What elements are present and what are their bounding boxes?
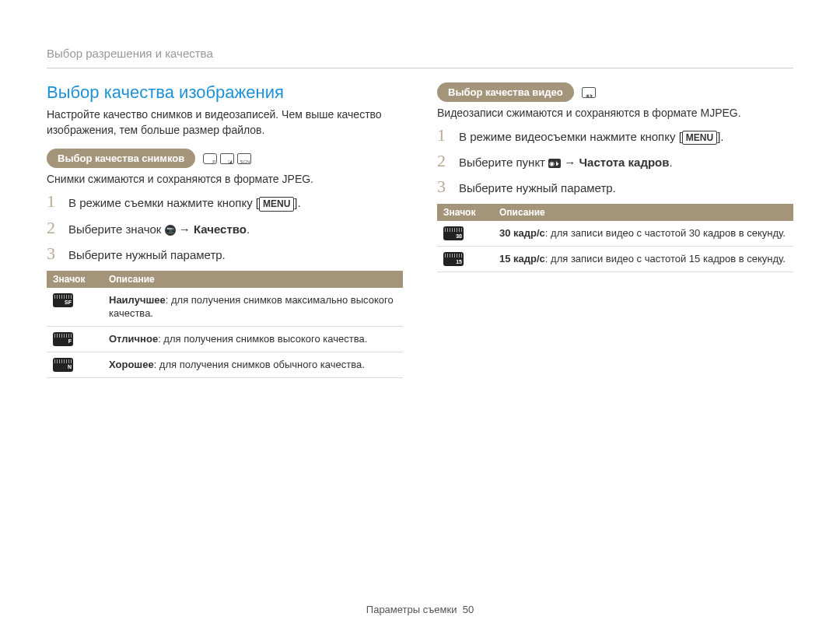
subsection-header: Выбор качества видео ◉⏵ (437, 82, 793, 102)
table-row: Хорошее: для получения снимков обычного … (47, 352, 403, 377)
camera-dial-icon: 📷 (165, 225, 176, 236)
step-3: 3 Выберите нужный параметр. (47, 245, 403, 263)
video-camera-icon: ◉⏵ (548, 159, 561, 168)
steps-list: 1 В режиме видеосъемки нажмите кнопку [M… (437, 127, 793, 196)
options-table-video: Значок Описание 30 кадр/с: для записи ви… (437, 204, 793, 272)
step-text: Выберите нужный параметр. (459, 178, 616, 196)
table-header-icon: Значок (47, 271, 103, 288)
step-text-part: . (298, 196, 301, 209)
option-name: 30 кадр/с (499, 227, 545, 239)
step-3: 3 Выберите нужный параметр. (437, 178, 793, 196)
step-text-part: . (720, 130, 723, 143)
step-text-part: . (669, 156, 672, 169)
video-mode-icon: ◉⏵ (582, 87, 596, 98)
step-number: 3 (47, 245, 61, 262)
page-footer: Параметры съемки 50 (0, 604, 840, 615)
option-name: Хорошее (109, 359, 154, 370)
step-1: 1 В режиме видеосъемки нажмите кнопку [M… (437, 127, 793, 145)
arrow: → (176, 222, 194, 236)
footer-section: Параметры съемки (366, 604, 457, 615)
manual-page: Выбор разрешения и качества Выбор качест… (0, 0, 840, 634)
option-name: 15 кадр/с (499, 253, 545, 264)
steps-list: 1 В режиме съемки нажмите кнопку [MENU].… (47, 193, 403, 262)
step-text-part: В режиме съемки нажмите кнопку (68, 196, 256, 209)
format-note: Снимки сжимаются и сохраняются в формате… (47, 173, 403, 185)
right-column: Выбор качества видео ◉⏵ Видеозаписи сжим… (437, 82, 793, 378)
step-2: 2 Выберите пункт ◉⏵ → Частота кадров. (437, 152, 793, 170)
step-number: 1 (437, 127, 451, 144)
step-1: 1 В режиме съемки нажмите кнопку [MENU]. (47, 193, 403, 211)
step-number: 2 (437, 152, 451, 170)
menu-target: Частота кадров (579, 156, 670, 169)
step-text-part: Выберите пункт (459, 156, 548, 169)
step-number: 2 (47, 219, 61, 236)
option-desc: : для получения снимков обычного качеств… (154, 359, 365, 370)
format-note: Видеозаписи сжимаются и сохраняются в фо… (437, 107, 793, 119)
option-desc: : для записи видео с частотой 15 кадров … (545, 253, 786, 264)
scene-icon: SCN (237, 153, 251, 164)
option-desc: : для получения снимков высокого качеств… (158, 333, 367, 345)
step-number: 1 (47, 193, 61, 210)
mode-icons: ◉⏵ (582, 87, 596, 98)
table-header-icon: Значок (437, 204, 493, 221)
pill-photo-quality: Выбор качества снимков (47, 149, 195, 168)
dual-icon: ◪ (220, 153, 234, 164)
table-row: 30 кадр/с: для записи видео с частотой 3… (437, 221, 793, 247)
pill-video-quality: Выбор качества видео (437, 82, 574, 102)
quality-f-icon (53, 332, 73, 346)
table-row: Отличное: для получения снимков высокого… (47, 326, 403, 352)
intro-text: Настройте качество снимков и видеозаписе… (47, 107, 403, 138)
option-name: Наилучшее (109, 294, 166, 306)
quality-n-icon (53, 358, 73, 372)
step-text: Выберите нужный параметр. (68, 245, 226, 263)
step-text-part: В режиме видеосъемки нажмите кнопку (459, 130, 679, 143)
section-title: Выбор качества изображения (47, 82, 403, 103)
camera-p-icon: P (203, 153, 217, 164)
table-row: Наилучшее: для получения снимков максима… (47, 288, 403, 327)
fps-30-icon (443, 226, 464, 240)
mode-icons: P ◪ SCN (203, 153, 251, 164)
quality-sf-icon (53, 293, 73, 307)
table-header-desc: Описание (493, 204, 793, 221)
menu-button-icon: MENU (259, 197, 294, 212)
step-2: 2 Выберите значок 📷 → Качество. (47, 219, 403, 237)
option-name: Отличное (109, 333, 158, 345)
breadcrumb: Выбор разрешения и качества (47, 47, 793, 68)
options-table-photo: Значок Описание Наилучшее: для получения… (47, 271, 403, 378)
menu-target: Качество (194, 222, 247, 236)
menu-button-icon: MENU (682, 131, 717, 145)
table-header-row: Значок Описание (47, 271, 403, 288)
step-text-part: . (247, 222, 250, 236)
two-column-layout: Выбор качества изображения Настройте кач… (47, 82, 793, 378)
subsection-header: Выбор качества снимков P ◪ SCN (47, 149, 403, 168)
step-number: 3 (437, 178, 451, 195)
table-header-row: Значок Описание (437, 204, 793, 221)
step-text-part: Выберите значок (68, 222, 165, 236)
page-number: 50 (463, 604, 474, 615)
arrow: → (561, 156, 579, 169)
fps-15-icon (443, 252, 464, 266)
option-desc: : для записи видео с частотой 30 кадров … (545, 227, 786, 239)
table-row: 15 кадр/с: для записи видео с частотой 1… (437, 247, 793, 272)
table-header-desc: Описание (103, 271, 403, 288)
left-column: Выбор качества изображения Настройте кач… (47, 82, 403, 378)
